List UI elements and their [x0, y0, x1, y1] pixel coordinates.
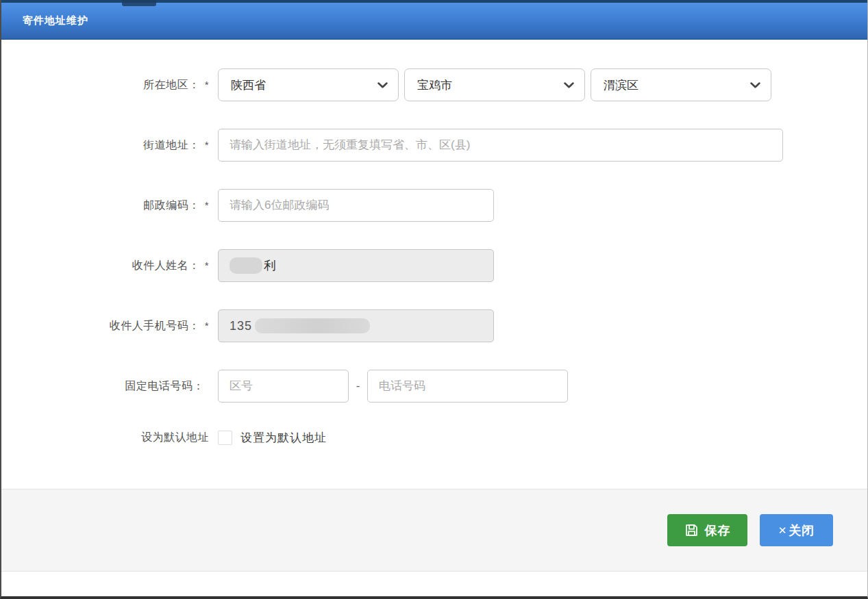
form-row-recipient-name: 收件人姓名：* 利 [1, 249, 867, 282]
postcode-input[interactable] [218, 189, 494, 222]
chevron-down-icon [563, 81, 575, 89]
form-row-landline: 固定电话号码： - [1, 370, 867, 403]
form-row-street: 街道地址：* [1, 129, 867, 162]
street-label: 街道地址：* [1, 138, 209, 153]
province-select[interactable]: 陕西省 [218, 68, 399, 101]
landline-label: 固定电话号码： [1, 379, 209, 394]
recipient-name-visible-text: 利 [264, 257, 276, 274]
chevron-down-icon [749, 81, 761, 89]
form-row-region: 所在地区：* 陕西省 宝鸡市 渭滨区 [1, 68, 867, 101]
required-asterisk: * [205, 259, 209, 271]
city-select[interactable]: 宝鸡市 [404, 68, 585, 101]
form-row-default-address: 设为默认地址 设置为默认地址 [1, 430, 867, 446]
redaction-blur [255, 318, 370, 333]
default-address-checkbox[interactable] [218, 431, 232, 445]
street-input[interactable] [218, 129, 783, 162]
close-button[interactable]: ✕ 关闭 [760, 514, 833, 546]
dialog-title: 寄件地址维护 [1, 3, 88, 38]
chevron-down-icon [377, 81, 388, 89]
save-button[interactable]: 保存 [667, 514, 747, 546]
city-select-value: 宝鸡市 [417, 77, 452, 93]
close-icon: ✕ [778, 524, 788, 537]
district-select[interactable]: 渭滨区 [591, 68, 771, 101]
dialog-body: 所在地区：* 陕西省 宝鸡市 渭滨区 [1, 40, 867, 489]
recipient-mobile-label: 收件人手机号码：* [1, 319, 209, 333]
required-asterisk: * [205, 139, 209, 151]
district-select-value: 渭滨区 [604, 77, 638, 93]
required-asterisk: * [205, 199, 209, 211]
recipient-name-label: 收件人姓名：* [1, 259, 209, 273]
default-address-checkbox-label: 设置为默认地址 [240, 430, 327, 446]
save-button-label: 保存 [705, 522, 731, 539]
recipient-mobile-field: 135 [218, 309, 494, 342]
region-label: 所在地区：* [1, 78, 209, 92]
required-asterisk: * [205, 79, 209, 90]
close-button-label: 关闭 [789, 522, 815, 539]
postcode-label: 邮政编码：* [1, 199, 209, 213]
recipient-name-field: 利 [218, 249, 494, 282]
redaction-blur [230, 257, 262, 274]
province-select-value: 陕西省 [231, 77, 266, 93]
form-row-postcode: 邮政编码：* [1, 189, 867, 222]
address-maintenance-dialog: 寄件地址维护 所在地区：* 陕西省 宝鸡市 [0, 0, 868, 599]
save-icon [684, 523, 699, 537]
required-asterisk: * [205, 320, 209, 331]
form-row-recipient-mobile: 收件人手机号码：* 135 [1, 309, 867, 342]
phone-number-input[interactable] [367, 370, 568, 403]
area-code-input[interactable] [218, 370, 349, 403]
background-artifact [122, 0, 156, 6]
recipient-mobile-visible-text: 135 [230, 319, 252, 333]
dialog-header: 寄件地址维护 [1, 0, 867, 40]
landline-separator: - [349, 379, 367, 393]
default-address-label: 设为默认地址 [1, 431, 209, 445]
dialog-footer: 保存 ✕ 关闭 [1, 489, 867, 572]
